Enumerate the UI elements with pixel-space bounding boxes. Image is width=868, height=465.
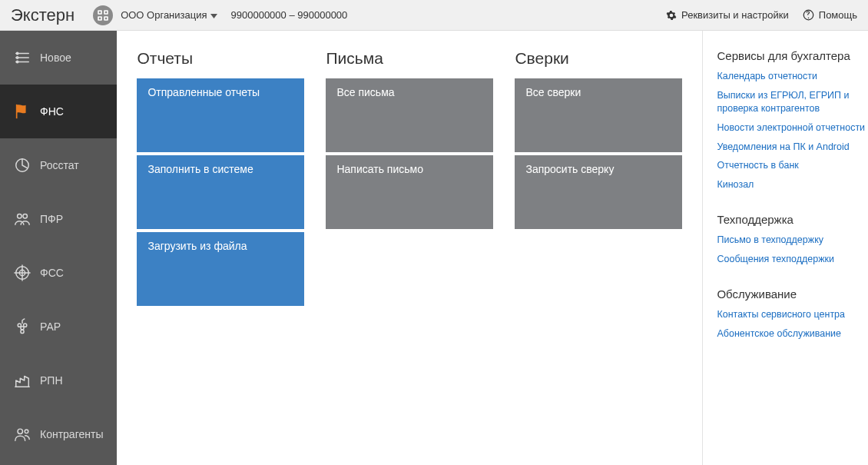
svg-point-26 [25, 430, 28, 433]
svg-point-22 [21, 327, 24, 330]
sidebar-item-label: ПФР [40, 213, 63, 225]
column-letters: Письма Все письма Написать письмо [326, 49, 493, 309]
rp-link[interactable]: Абонентское обслуживание [717, 327, 868, 340]
topbar: Экстерн ООО Организация 9900000000 – 990… [0, 0, 868, 31]
rp-link[interactable]: Новости электронной отчетности [717, 121, 868, 135]
right-pane: Сервисы для бухгалтера Календарь отчетно… [702, 31, 868, 465]
rp-link[interactable]: Письмо в техподдержку [717, 234, 868, 247]
svg-point-20 [18, 324, 21, 327]
rp-link[interactable]: Контакты сервисного центра [717, 308, 868, 321]
sidebar-item-label: Новое [40, 51, 71, 64]
rp-services: Сервисы для бухгалтера Календарь отчетно… [717, 49, 868, 191]
lines-icon [14, 49, 31, 66]
chevron-down-icon[interactable] [210, 9, 217, 21]
rp-title: Сервисы для бухгалтера [717, 49, 868, 62]
svg-point-14 [18, 214, 22, 219]
sidebar-item-fns[interactable]: ФНС [0, 85, 117, 138]
sidebar-item-label: ФСС [40, 267, 64, 279]
sidebar-item-label: РПН [40, 374, 63, 387]
sidebar-item-pfr[interactable]: ПФР [0, 192, 117, 246]
sidebar: Новое ФНС Росстат ПФР ФСС [0, 31, 117, 465]
column-reports: Отчеты Отправленные отчеты Заполнить в с… [137, 49, 304, 309]
grid-icon [98, 10, 108, 21]
gear-icon [666, 10, 677, 21]
rp-link[interactable]: Кинозал [717, 178, 868, 191]
piechart-icon [14, 157, 31, 174]
main-area: Отчеты Отправленные отчеты Заполнить в с… [117, 31, 868, 465]
sidebar-item-rar[interactable]: РАР [0, 300, 117, 354]
sidebar-item-counterparties[interactable]: Контрагенты [0, 407, 117, 461]
rp-service: Обслуживание Контакты сервисного центра … [717, 287, 868, 340]
help-icon [803, 9, 814, 21]
flag-icon [14, 103, 31, 120]
tile-write-letter[interactable]: Написать письмо [326, 155, 493, 229]
content: Отчеты Отправленные отчеты Заполнить в с… [117, 31, 702, 465]
rp-link[interactable]: Выписки из ЕГРЮЛ, ЕГРИП и проверка контр… [717, 89, 868, 115]
svg-point-15 [23, 214, 27, 219]
sidebar-item-fss[interactable]: ФСС [0, 246, 117, 300]
rp-link[interactable]: Уведомления на ПК и Android [717, 141, 868, 154]
column-title: Письма [326, 49, 493, 68]
sidebar-item-label: Росстат [40, 159, 79, 171]
settings-link[interactable]: Реквизиты и настройки [666, 9, 789, 21]
svg-point-25 [18, 429, 22, 433]
svg-point-21 [24, 324, 27, 327]
people-icon [14, 211, 31, 228]
tile-fill-in-system[interactable]: Заполнить в системе [137, 155, 304, 229]
column-title: Сверки [515, 49, 682, 68]
org-name[interactable]: ООО Организация [121, 9, 207, 21]
svg-rect-0 [98, 11, 101, 14]
svg-rect-2 [98, 17, 101, 20]
rp-link[interactable]: Отчетность в банк [717, 159, 868, 172]
svg-rect-1 [104, 11, 108, 14]
org-id-range: 9900000000 – 990000000 [231, 9, 348, 21]
svg-point-23 [21, 330, 24, 333]
svg-marker-4 [210, 14, 217, 18]
column-checks: Сверки Все сверки Запросить сверку [515, 49, 682, 309]
sidebar-item-new[interactable]: Новое [0, 31, 117, 85]
factory-icon [14, 372, 31, 389]
tile-request-check[interactable]: Запросить сверку [515, 155, 682, 229]
target-icon [14, 264, 31, 281]
rp-title: Техподдержка [717, 213, 868, 226]
sidebar-item-rpn[interactable]: РПН [0, 354, 117, 407]
rp-link[interactable]: Календарь отчетности [717, 70, 868, 83]
rp-title: Обслуживание [717, 287, 868, 301]
grapes-icon [14, 318, 31, 335]
tile-all-letters[interactable]: Все письма [326, 78, 493, 152]
sidebar-item-label: ФНС [40, 105, 64, 118]
org-switcher-button[interactable] [93, 5, 113, 25]
rp-support: Техподдержка Письмо в техподдержку Сообщ… [717, 213, 868, 266]
app-brand: Экстерн [11, 5, 75, 25]
help-link[interactable]: Помощь [803, 9, 857, 21]
sidebar-item-label: Контрагенты [40, 428, 103, 440]
tile-all-checks[interactable]: Все сверки [515, 78, 682, 152]
tile-load-from-file[interactable]: Загрузить из файла [137, 232, 304, 306]
sidebar-item-label: РАР [40, 321, 61, 333]
svg-rect-3 [104, 17, 108, 20]
rp-link[interactable]: Сообщения техподдержки [717, 253, 868, 266]
column-title: Отчеты [137, 49, 304, 68]
tile-sent-reports[interactable]: Отправленные отчеты [137, 78, 304, 152]
sidebar-item-rosstat[interactable]: Росстат [0, 138, 117, 192]
team-icon [14, 426, 31, 443]
